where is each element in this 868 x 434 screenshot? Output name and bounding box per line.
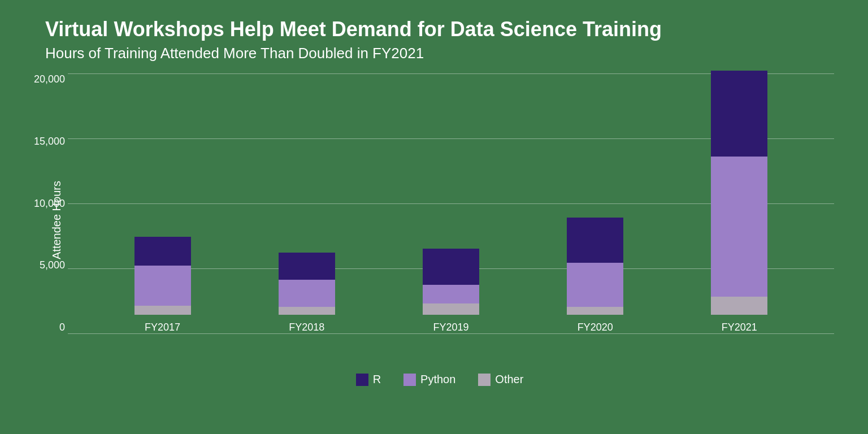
y-axis-tick-label: 10,000	[34, 198, 65, 210]
legend-color-box	[403, 374, 416, 386]
bar-segment-r	[567, 218, 623, 263]
y-axis-tick-label: 0	[34, 322, 65, 333]
bar-group: FY2017	[134, 237, 191, 333]
bar-x-label: FY2019	[433, 322, 468, 333]
bar-segment-python	[567, 263, 623, 307]
bar-segment-python	[279, 280, 335, 307]
bar-segment-r	[423, 249, 479, 285]
bar-x-label: FY2018	[289, 322, 324, 333]
legend-label: Python	[420, 373, 455, 386]
bar-stack	[423, 249, 479, 315]
grid-line	[68, 333, 834, 334]
legend-item: R	[356, 373, 381, 386]
bar-group: FY2019	[423, 249, 479, 333]
legend-item: Python	[403, 373, 455, 386]
bar-stack	[279, 253, 335, 315]
bar-segment-other	[423, 303, 479, 315]
bar-x-label: FY2017	[145, 322, 180, 333]
bars-area: FY2017FY2018FY2019FY2020FY2021	[68, 73, 834, 333]
bar-x-label: FY2020	[578, 322, 613, 333]
chart-inner: 20,00015,00010,0005,0000 FY2017FY2018FY2…	[68, 73, 834, 367]
bar-segment-r	[279, 253, 335, 280]
chart-subtitle: Hours of Training Attended More Than Dou…	[45, 45, 834, 62]
y-axis-tick-label: 5,000	[34, 259, 65, 271]
bar-segment-other	[711, 297, 767, 315]
bar-segment-r	[134, 237, 191, 266]
chart-container: Virtual Workshops Help Meet Demand for D…	[0, 0, 868, 434]
legend-label: Other	[495, 373, 523, 386]
legend-label: R	[373, 373, 381, 386]
y-axis-tick-label: 20,000	[34, 73, 65, 85]
bar-segment-other	[279, 307, 335, 315]
chart-area: Attendee Hours 20,00015,00010,0005,0000 …	[45, 73, 834, 367]
bar-stack	[134, 237, 191, 315]
bar-group: FY2018	[279, 253, 335, 333]
legend-color-box	[356, 374, 368, 386]
y-labels: 20,00015,00010,0005,0000	[34, 73, 65, 333]
bar-x-label: FY2021	[722, 322, 757, 333]
bar-segment-python	[423, 285, 479, 303]
legend: RPythonOther	[45, 373, 834, 386]
bar-segment-python	[134, 266, 191, 306]
bar-stack	[711, 71, 767, 315]
bar-segment-r	[711, 71, 767, 157]
y-axis-tick-label: 15,000	[34, 136, 65, 147]
bar-segment-python	[711, 157, 767, 297]
legend-color-box	[478, 374, 491, 386]
bar-segment-other	[567, 307, 623, 315]
bar-segment-other	[134, 306, 191, 315]
bar-stack	[567, 218, 623, 315]
chart-title: Virtual Workshops Help Meet Demand for D…	[45, 17, 834, 41]
legend-item: Other	[478, 373, 523, 386]
bar-group: FY2021	[711, 71, 767, 333]
bar-group: FY2020	[567, 218, 623, 333]
